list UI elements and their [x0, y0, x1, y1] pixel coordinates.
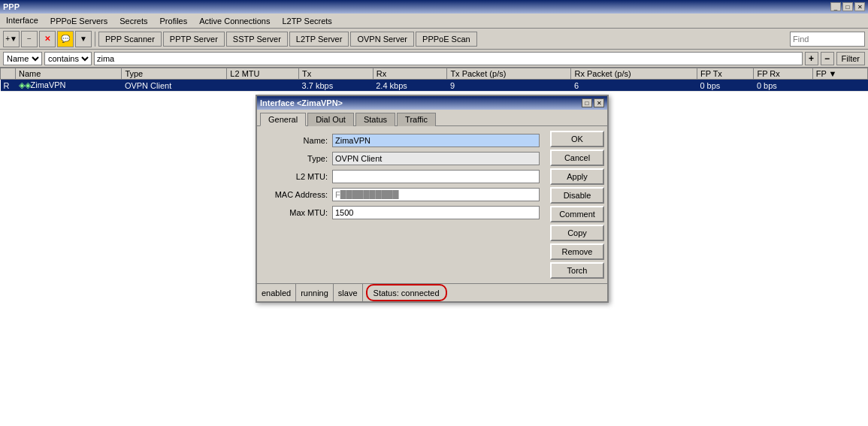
menu-l2tp-secrets[interactable]: L2TP Secrets	[276, 14, 337, 28]
filter-btn[interactable]: ▼	[75, 31, 92, 47]
filter-remove-btn[interactable]: −	[821, 52, 834, 65]
sep1	[95, 32, 95, 47]
app-title: PPP	[3, 2, 20, 11]
filter-condition-select[interactable]: contains	[44, 52, 92, 65]
disable-btn[interactable]: ✕	[39, 31, 56, 47]
title-bar: PPP _ □ ✕	[0, 0, 868, 14]
ok-button[interactable]: OK	[550, 131, 604, 147]
tab-general[interactable]: General	[260, 113, 306, 126]
apply-button[interactable]: Apply	[550, 168, 604, 185]
col-type[interactable]: Type	[122, 68, 227, 80]
maximize-btn[interactable]: □	[842, 2, 853, 11]
dialog-title-bar: Interface <ZimaVPN> □ ✕	[257, 96, 607, 110]
cancel-button[interactable]: Cancel	[550, 150, 604, 166]
filter-apply-btn[interactable]: Filter	[836, 52, 865, 65]
filter-field-select[interactable]: Name	[3, 52, 42, 65]
pptp-server-btn[interactable]: PPTP Server	[163, 32, 225, 47]
find-input[interactable]	[790, 32, 865, 47]
copy-button[interactable]: Copy	[550, 225, 604, 241]
ppp-scanner-btn[interactable]: PPP Scanner	[98, 32, 162, 47]
cell-tx: 3.7 kbps	[299, 80, 374, 92]
filter-bar: Name contains + − Filter	[0, 50, 868, 68]
status-slave: slave	[334, 284, 363, 301]
filter-add-btn[interactable]: +	[805, 52, 818, 65]
content-area: Interface PPPoE Servers Secrets Profiles…	[0, 14, 868, 426]
mac-label: MAC Address:	[265, 190, 332, 199]
maxmtu-input[interactable]	[332, 206, 540, 219]
comment-button[interactable]: Comment	[550, 206, 604, 222]
pppoe-scan-btn[interactable]: PPPoE Scan	[416, 32, 477, 47]
col-status	[1, 68, 16, 80]
tab-bar: General Dial Out Status Traffic	[257, 110, 607, 125]
menu-pppoe-servers[interactable]: PPPoE Servers	[44, 14, 113, 28]
dialog-restore-btn[interactable]: □	[582, 98, 592, 107]
col-fp[interactable]: FP ▼	[812, 68, 867, 80]
dialog-title-controls: □ ✕	[582, 98, 604, 107]
col-tx[interactable]: Tx	[299, 68, 374, 80]
dialog-status-bar: enabled running slave Status: connected	[257, 283, 607, 301]
ovpn-server-btn[interactable]: OVPN Server	[350, 32, 414, 47]
col-rx[interactable]: Rx	[373, 68, 447, 80]
interface-dialog: Interface <ZimaVPN> □ ✕ General Dial Out…	[256, 95, 609, 303]
type-label: Type:	[265, 154, 332, 163]
toolbar: +▼ − ✕ 💬 ▼ PPP Scanner PPTP Server SSTP …	[0, 29, 868, 50]
tab-traffic[interactable]: Traffic	[397, 113, 436, 126]
dialog-buttons: OK Cancel Apply Disable Comment Copy Rem…	[547, 126, 607, 283]
close-btn[interactable]: ✕	[854, 2, 865, 11]
mac-input[interactable]	[332, 188, 540, 201]
cell-fp-rx: 0 bps	[754, 80, 812, 92]
tab-status[interactable]: Status	[355, 113, 395, 126]
dialog-content: Name: Type: L2 MTU: MAC Address: Max MTU…	[257, 125, 607, 283]
torch-button[interactable]: Torch	[550, 262, 604, 279]
main-table: Name Type L2 MTU Tx Rx Tx Packet (p/s) R…	[0, 68, 868, 92]
disable-button[interactable]: Disable	[550, 187, 604, 204]
col-fp-tx[interactable]: FP Tx	[697, 68, 753, 80]
comment-btn[interactable]: 💬	[57, 31, 74, 47]
tab-dial-out[interactable]: Dial Out	[307, 113, 354, 126]
cell-fp-tx: 0 bps	[697, 80, 753, 92]
menu-bar: Interface PPPoE Servers Secrets Profiles…	[0, 14, 868, 29]
type-input	[332, 152, 540, 165]
status-running: running	[296, 284, 334, 301]
l2mtu-input[interactable]	[332, 170, 540, 183]
dialog-title: Interface <ZimaVPN>	[260, 98, 343, 107]
status-connected: Status: connected	[366, 284, 447, 301]
mac-row: MAC Address:	[265, 188, 540, 201]
name-row: Name:	[265, 134, 540, 147]
name-label: Name:	[265, 136, 332, 145]
l2tp-server-btn[interactable]: L2TP Server	[289, 32, 349, 47]
col-name[interactable]: Name	[16, 68, 122, 80]
row-icon: ◈◈	[19, 80, 31, 89]
status-enabled: enabled	[257, 284, 296, 301]
add-btn[interactable]: +▼	[3, 31, 20, 47]
dialog-form: Name: Type: L2 MTU: MAC Address: Max MTU…	[257, 126, 547, 283]
name-input[interactable]	[332, 134, 540, 147]
menu-active-connections[interactable]: Active Connections	[193, 14, 276, 28]
dialog-close-btn[interactable]: ✕	[594, 98, 604, 107]
col-rx-pkt[interactable]: Rx Packet (p/s)	[571, 68, 697, 80]
remove-button[interactable]: Remove	[550, 243, 604, 260]
toolbar-right	[790, 32, 865, 47]
cell-l2mtu	[227, 80, 299, 92]
menu-interface[interactable]: Interface	[0, 14, 44, 28]
filter-value-input[interactable]	[94, 52, 803, 65]
menu-secrets[interactable]: Secrets	[113, 14, 153, 28]
cell-tx-pkt: 9	[447, 80, 571, 92]
menu-profiles[interactable]: Profiles	[154, 14, 194, 28]
cell-rx: 2.4 kbps	[373, 80, 447, 92]
col-tx-pkt[interactable]: Tx Packet (p/s)	[447, 68, 571, 80]
remove-btn[interactable]: −	[21, 31, 38, 47]
cell-name: ◈◈ZimaVPN	[16, 80, 122, 92]
minimize-btn[interactable]: _	[830, 2, 841, 11]
cell-type: OVPN Client	[122, 80, 227, 92]
cell-status: R	[1, 80, 16, 92]
col-fp-rx[interactable]: FP Rx	[754, 68, 812, 80]
col-l2mtu[interactable]: L2 MTU	[227, 68, 299, 80]
l2mtu-label: L2 MTU:	[265, 172, 332, 181]
cell-rx-pkt: 6	[571, 80, 697, 92]
cell-fp	[812, 80, 867, 92]
table-row[interactable]: R ◈◈ZimaVPN OVPN Client 3.7 kbps 2.4 kbp…	[1, 80, 868, 92]
type-row: Type:	[265, 152, 540, 165]
sstp-server-btn[interactable]: SSTP Server	[226, 32, 288, 47]
title-controls: _ □ ✕	[830, 2, 865, 11]
